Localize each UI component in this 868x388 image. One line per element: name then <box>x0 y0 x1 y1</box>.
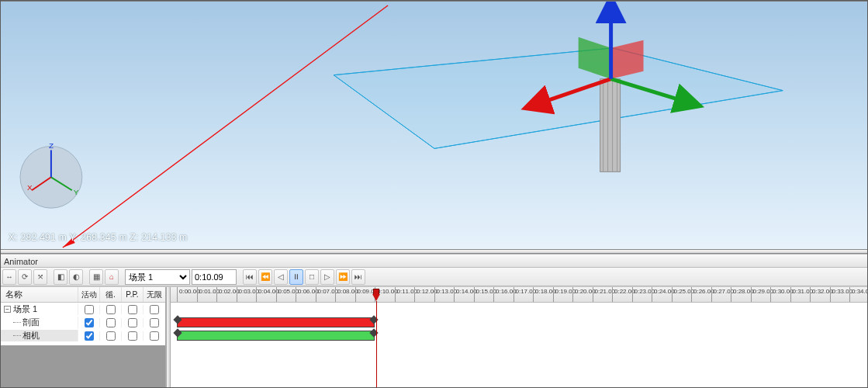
tb-translate-icon[interactable]: ↔ <box>2 269 16 285</box>
scene-svg: X Y Z <box>1 2 867 249</box>
first-frame-icon[interactable]: ⏮ <box>243 269 257 285</box>
track-row[interactable] <box>171 303 867 316</box>
app-root: X Y Z X: 282.491 m Y: 268.345 m Z: 214.1… <box>0 0 868 388</box>
tb-transparency-icon[interactable]: ◐ <box>69 269 83 285</box>
stop-icon[interactable]: □ <box>305 269 319 285</box>
loop-checkbox[interactable] <box>106 305 116 314</box>
loop-checkbox[interactable] <box>106 318 116 327</box>
tree-empty-area <box>1 345 165 388</box>
tree-rows: −场景 1剖面相机 <box>1 303 165 345</box>
tb-camera-icon[interactable]: ⌂ <box>105 269 119 285</box>
next-key-icon[interactable]: ⏩ <box>336 269 350 285</box>
track-bar[interactable] <box>177 317 375 327</box>
ruler-tick-label: 0:34.00 <box>852 288 867 295</box>
coords-readout: X: 282.491 m Y: 268.345 m Z: 214.133 m <box>9 232 188 243</box>
track-row[interactable] <box>171 316 867 329</box>
tb-color-icon[interactable]: ◧ <box>54 269 67 285</box>
active-checkbox[interactable] <box>85 305 94 314</box>
timeline-panel[interactable]: 0:00.000:01.000:02.000:03.000:04.000:05.… <box>171 287 867 387</box>
loop-checkbox[interactable] <box>106 331 116 341</box>
tree-header: 名称 活动 循. P.P. 无限 <box>1 287 165 303</box>
svg-line-16 <box>63 5 388 248</box>
col-inf: 无限 <box>144 287 165 302</box>
animator-toolbar: ↔ ⟳ ⤧ ◧ ◐ ▦ ⌂ 场景 1 ⏮ ⏪ ◁ ⏸ □ ▷ ⏩ ⏭ <box>1 268 867 286</box>
inf-checkbox[interactable] <box>150 305 159 314</box>
inf-checkbox[interactable] <box>150 331 159 341</box>
pp-checkbox[interactable] <box>128 331 137 341</box>
keyframe-icon[interactable] <box>173 328 182 337</box>
time-ruler[interactable]: 0:00.000:01.000:02.000:03.000:04.000:05.… <box>171 287 867 303</box>
last-frame-icon[interactable]: ⏭ <box>351 269 365 285</box>
prev-key-icon[interactable]: ⏪ <box>258 269 272 285</box>
inf-checkbox[interactable] <box>150 318 159 327</box>
3d-viewport[interactable]: X Y Z X: 282.491 m Y: 268.345 m Z: 214.1… <box>1 1 867 249</box>
axis-label-z: Z <box>49 141 54 150</box>
play-rev-icon[interactable]: ◁ <box>274 269 288 285</box>
time-input[interactable] <box>192 269 237 285</box>
tree-row-label: 场景 1 <box>13 303 37 315</box>
tb-scale-icon[interactable]: ⤧ <box>33 269 47 285</box>
tb-section-icon[interactable]: ▦ <box>89 269 103 285</box>
tree-row[interactable]: −场景 1 <box>1 303 165 316</box>
tree-row-label: 剖面 <box>22 317 40 328</box>
keyframe-icon[interactable] <box>173 315 182 324</box>
pp-checkbox[interactable] <box>128 305 137 314</box>
col-loop: 循. <box>100 287 122 302</box>
axis-label-y: Y <box>74 188 79 196</box>
col-pp: P.P. <box>122 287 144 302</box>
scene-select[interactable]: 场景 1 <box>125 269 190 285</box>
track-bar[interactable] <box>177 331 375 341</box>
col-name: 名称 <box>1 287 78 302</box>
tree-row-label: 相机 <box>22 330 40 341</box>
animator-panel: Animator ↔ ⟳ ⤧ ◧ ◐ ▦ ⌂ 场景 1 ⏮ ⏪ ◁ ⏸ □ ▷ … <box>1 254 867 387</box>
axis-label-x: X <box>27 183 33 192</box>
active-checkbox[interactable] <box>85 318 94 327</box>
expand-toggle-icon[interactable]: − <box>4 306 11 313</box>
animator-body: 名称 活动 循. P.P. 无限 −场景 1剖面相机 0:00.000:01.0… <box>1 286 867 387</box>
tb-rotate-icon[interactable]: ⟳ <box>18 269 32 285</box>
track-area[interactable] <box>171 303 867 387</box>
tree-row[interactable]: 剖面 <box>1 316 165 329</box>
col-active: 活动 <box>78 287 100 302</box>
tree-row[interactable]: 相机 <box>1 329 165 342</box>
play-fwd-icon[interactable]: ▷ <box>320 269 334 285</box>
pp-checkbox[interactable] <box>128 318 137 327</box>
animator-title: Animator <box>1 254 867 268</box>
track-row[interactable] <box>171 329 867 342</box>
tree-panel: 名称 活动 循. P.P. 无限 −场景 1剖面相机 <box>1 287 166 387</box>
pause-icon[interactable]: ⏸ <box>289 269 303 285</box>
active-checkbox[interactable] <box>85 331 94 341</box>
